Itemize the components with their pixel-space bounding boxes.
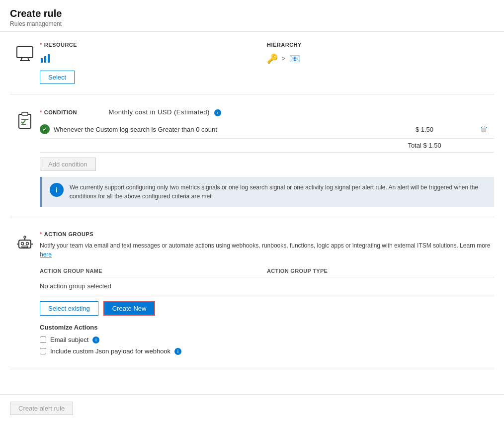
json-payload-info-icon[interactable]: i [174,348,181,355]
svg-rect-18 [22,246,28,248]
json-payload-row: Include custom Json payload for webhook … [40,347,494,355]
action-groups-label: *ACTION GROUPS [40,231,494,237]
add-condition-button[interactable]: Add condition [40,158,96,171]
email-subject-label: Email subject [50,336,88,343]
condition-info-box: i We currently support configuring only … [40,177,494,207]
action-description: Notify your team via email and text mess… [40,241,494,259]
action-groups-section: *ACTION GROUPS Notify your team via emai… [10,231,494,369]
hierarchy-label: HIERARCHY [267,42,494,48]
col-header-type: ACTION GROUP TYPE [267,268,494,274]
cost-info-circle[interactable]: i [214,109,221,116]
customize-section: Customize Actions Email subject i Includ… [40,324,494,355]
resource-section-body: *RESOURCE Select HI [40,42,494,84]
resource-icon [15,44,35,64]
action-buttons: Select existing Create New [40,301,494,316]
select-existing-button[interactable]: Select existing [40,301,98,316]
resource-icon-area [10,42,40,64]
col-header-name: ACTION GROUP NAME [40,268,267,274]
no-action-row: No action group selected [40,277,494,295]
trash-icon[interactable]: 🗑 [480,125,488,133]
resource-icons-row [40,52,267,66]
svg-rect-6 [48,54,50,63]
condition-section: *CONDITION Monthly cost in USD (Estimate… [10,108,494,217]
check-icon: ✓ [40,124,50,134]
action-group-icon [15,233,35,253]
json-payload-label: Include custom Json payload for webhook [50,347,170,355]
page-header: Create rule Rules management [0,0,504,32]
resource-section: *RESOURCE Select HI [10,42,494,94]
resource-label: *RESOURCE [40,42,267,48]
key-icon: 🔑 [267,53,278,64]
email-subject-checkbox[interactable] [40,337,46,343]
action-groups-body: *ACTION GROUPS Notify your team via emai… [40,231,494,359]
svg-rect-11 [19,240,31,248]
envelope-icon: 📧 [289,53,300,64]
svg-point-15 [24,236,26,238]
page-title: Create rule [10,8,494,19]
json-payload-checkbox[interactable] [40,348,46,354]
condition-cost: $ 1.50 [375,126,474,133]
total-row: Total $ 1.50 [40,139,494,153]
svg-point-12 [21,243,24,245]
learn-more-link[interactable]: here [40,251,52,258]
add-condition-area: Add condition [40,158,494,171]
chevron-right-icon: > [282,55,285,62]
page-subtitle: Rules management [10,20,494,27]
cost-info-icon: i [214,109,221,115]
svg-rect-4 [41,58,43,63]
resource-col: *RESOURCE Select [40,42,267,84]
condition-icon-area [10,108,40,130]
condition-row: ✓ Whenever the Custom log search is Grea… [40,120,494,139]
hierarchy-col: HIERARCHY 🔑 > 📧 [267,42,494,71]
cost-label: Monthly cost in USD (Estimated) [109,108,210,116]
svg-point-13 [26,243,29,245]
page-footer: Create alert rule [0,394,504,422]
required-star: * [40,42,42,48]
delete-condition-col: 🗑 [474,125,494,134]
svg-rect-8 [22,112,28,115]
create-alert-rule-button[interactable]: Create alert rule [10,402,73,415]
required-star-2: * [40,109,42,115]
action-groups-table-header: ACTION GROUP NAME ACTION GROUP TYPE [40,265,494,277]
email-subject-row: Email subject i [40,336,494,343]
create-new-button[interactable]: Create New [103,301,156,316]
svg-rect-0 [17,47,33,58]
email-subject-info-icon[interactable]: i [92,337,99,343]
condition-label: *CONDITION Monthly cost in USD (Estimate… [40,108,494,116]
total-cost: Total $ 1.50 [375,142,474,149]
select-resource-button[interactable]: Select [40,71,75,84]
customize-title: Customize Actions [40,324,494,331]
svg-rect-5 [44,56,46,63]
action-group-icon-area [10,231,40,253]
info-text: We currently support configuring only tw… [70,183,486,201]
hierarchy-icons: 🔑 > 📧 [267,52,494,66]
required-star-3: * [40,231,42,237]
condition-section-body: *CONDITION Monthly cost in USD (Estimate… [40,108,494,207]
condition-text: ✓ Whenever the Custom log search is Grea… [40,124,375,134]
content-area: *RESOURCE Select HI [0,32,504,394]
bar-chart-icon [40,53,51,64]
info-icon-circle: i [50,183,64,197]
condition-icon [15,110,35,130]
